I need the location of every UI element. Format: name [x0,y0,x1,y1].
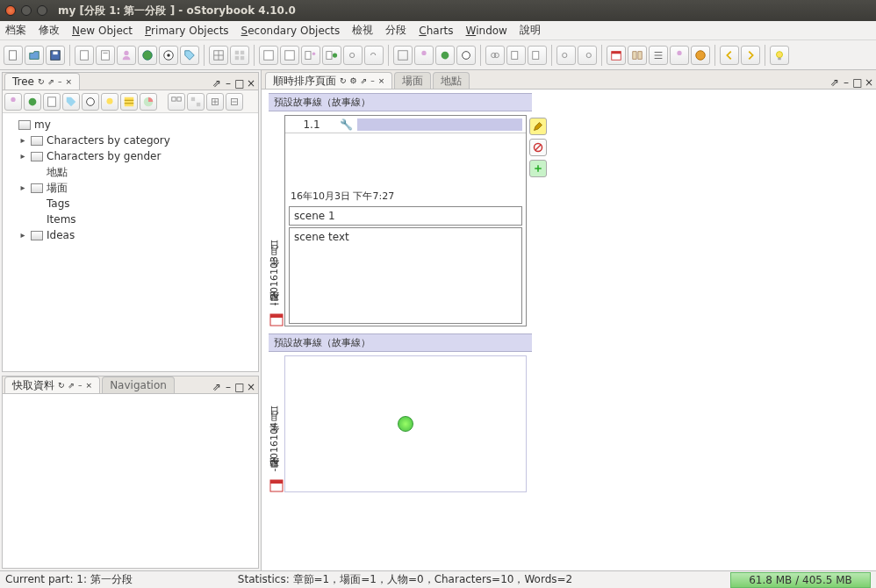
tree-item[interactable]: Items [6,212,255,227]
new-file-icon[interactable] [4,46,23,65]
calendar-icon[interactable] [607,46,626,65]
panel-max-icon[interactable]: □ [852,76,863,89]
tree-pie-icon[interactable] [140,93,157,111]
scene-title-field[interactable]: scene 1 [289,206,522,226]
tree-person-icon[interactable] [4,93,22,111]
tree-collapse-icon[interactable] [187,93,205,111]
view-grid-icon[interactable] [393,46,413,65]
tree-item[interactable]: ▸場面 [6,180,255,196]
tree-item[interactable]: ▸Characters by category [6,133,255,148]
chrono-view[interactable]: 預設故事線（故事線） 星期一 - 2016年10月3日 1.1 🔧 16年10 [262,90,876,570]
tree-minus-icon[interactable] [226,93,243,111]
tree-item[interactable]: ▸Characters by gender [6,148,255,164]
panel-close-icon[interactable]: × [246,381,256,393]
table-globe-icon[interactable] [322,46,341,65]
save-icon[interactable] [46,46,65,65]
menu-view[interactable]: 檢視 [352,23,373,38]
chrono-tab[interactable]: 順時排序頁面 ↻ ⚙ ⇗ – × [265,72,392,89]
panel-close-icon[interactable]: × [864,76,874,89]
tree-root[interactable]: my [6,117,255,133]
scene-text-field[interactable]: scene text [289,227,522,324]
list-tag-icon[interactable] [528,46,547,65]
menu-help[interactable]: 說明 [520,23,541,38]
locations-tab[interactable]: 地點 [433,72,470,89]
forward-icon[interactable] [741,46,760,65]
link-icon[interactable] [343,46,363,65]
grid1-icon[interactable] [209,46,228,65]
tree-item[interactable]: 地點 [6,164,255,180]
window-maximize-button[interactable] [37,5,47,16]
view-ball-icon[interactable] [456,46,476,65]
scene-card[interactable]: 1.1 🔧 16年10月3日 下午7:27 scene 1 scene text [284,115,527,326]
tree-doc-icon[interactable] [43,93,61,111]
menu-window[interactable]: Window [466,25,507,37]
panel-pin-icon[interactable]: ⇗ [829,76,840,89]
menu-file[interactable]: 档案 [5,23,26,38]
doc2-icon[interactable] [96,46,115,65]
globe-icon[interactable] [138,46,157,65]
tree-stripes-icon[interactable] [120,93,138,111]
link3-icon[interactable] [485,46,505,65]
close-icon[interactable]: × [86,381,93,390]
pin-icon[interactable]: ⇗ [361,76,368,85]
link4-icon[interactable] [556,46,576,65]
panel-min-icon[interactable]: – [841,76,851,89]
open-icon[interactable] [25,46,44,65]
menu-primary-objects[interactable]: Primary Objects [145,25,229,37]
tree-item[interactable]: ▸Ideas [6,227,255,243]
table-doc2-icon[interactable] [280,46,299,65]
spiral-icon[interactable] [691,46,710,65]
min-icon[interactable]: – [58,77,62,86]
bulb-icon[interactable] [770,46,789,65]
person-icon[interactable] [117,46,136,65]
ball-icon[interactable] [159,46,178,65]
refresh-icon[interactable]: ↻ [38,77,45,86]
panel-max-icon[interactable]: □ [234,381,245,393]
menu-new-object[interactable]: New Object [72,25,133,37]
tree-bulb-icon[interactable] [101,93,118,111]
menu-parts[interactable]: 分段 [385,23,406,38]
link2-icon[interactable] [364,46,384,65]
empty-scene-slot[interactable] [284,355,527,492]
menu-charts[interactable]: Charts [419,25,453,37]
add-scene-button[interactable] [529,160,547,177]
min-icon[interactable]: – [370,76,375,85]
tree-plus-icon[interactable] [206,93,224,111]
add-icon[interactable] [398,416,413,432]
menu-secondary-objects[interactable]: Secondary Objects [241,25,341,37]
close-icon[interactable]: × [66,77,73,86]
doc1-icon[interactable] [75,46,94,65]
book-icon[interactable] [628,46,647,65]
panel-min-icon[interactable]: – [223,381,233,393]
min-icon[interactable]: – [78,381,83,390]
lines-icon[interactable] [649,46,668,65]
tree-body[interactable]: my ▸Characters by category ▸Characters b… [3,113,258,371]
person2-icon[interactable] [670,46,689,65]
tree-globe-icon[interactable] [24,93,41,111]
panel-pin-icon[interactable]: ⇗ [212,77,222,90]
view-person-icon[interactable] [414,46,434,65]
list-ball-icon[interactable] [506,46,526,65]
pin-icon[interactable]: ⇗ [48,77,55,86]
tag-icon[interactable] [180,46,199,65]
options-icon[interactable]: ⚙ [350,76,357,85]
table-doc-icon[interactable] [259,46,278,65]
pin-icon[interactable]: ⇗ [68,381,75,390]
tree-expand-icon[interactable] [168,93,185,111]
grid2-icon[interactable] [230,46,249,65]
panel-min-icon[interactable]: – [223,77,233,90]
panel-max-icon[interactable]: □ [234,77,245,90]
link5-icon[interactable] [578,46,597,65]
tree-item[interactable]: Tags [6,196,255,212]
window-close-button[interactable] [5,5,16,16]
menu-edit[interactable]: 修改 [39,23,60,38]
tree-tag-icon[interactable] [62,93,80,111]
panel-pin-icon[interactable]: ⇗ [212,381,222,393]
table-person-icon[interactable] [301,46,320,65]
wrench-icon[interactable]: 🔧 [338,118,354,131]
back-icon[interactable] [720,46,739,65]
window-minimize-button[interactable] [21,5,32,16]
tree-tab[interactable]: Tree ↻ ⇗ – × [4,73,80,90]
refresh-icon[interactable]: ↻ [58,381,65,390]
refresh-icon[interactable]: ↻ [340,76,347,85]
